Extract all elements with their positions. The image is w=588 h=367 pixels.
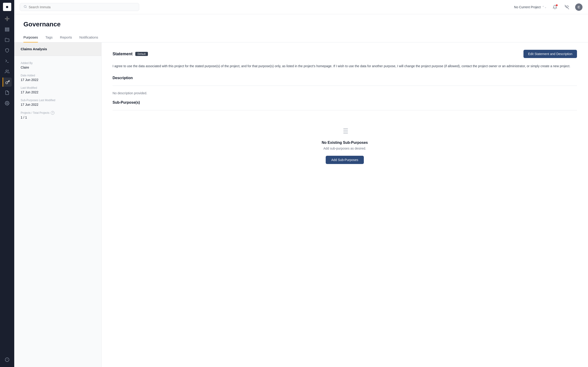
content-area: Governance Purposes Tags Reports Notific… [14, 14, 588, 367]
body-split: Claims Analysis Added By Claire Date Add… [14, 42, 588, 367]
no-description-text: No description provided. [112, 91, 577, 95]
projects-help-icon[interactable]: ? [51, 111, 54, 115]
meta-label-last-modified: Last Modified [21, 86, 95, 90]
notifications-icon[interactable] [551, 3, 559, 11]
svg-point-10 [24, 6, 26, 8]
meta-section: Added By Claire Date Added 17 Jun 2022 L… [14, 56, 101, 129]
meta-value-added-by: Claire [21, 66, 95, 69]
purpose-item[interactable]: Claims Analysis [14, 42, 101, 56]
meta-label-added-by: Added By [21, 61, 95, 65]
sidebar-icon-help[interactable] [2, 355, 12, 364]
meta-value-last-modified: 17 Jun 2022 [21, 90, 95, 94]
tab-purposes[interactable]: Purposes [23, 33, 38, 42]
svg-line-11 [26, 7, 27, 8]
sub-purposes-title: Sub-Purpose(s) [112, 100, 577, 105]
left-panel: Claims Analysis Added By Claire Date Add… [14, 42, 102, 367]
default-badge: Default [135, 52, 148, 56]
svg-rect-2 [5, 30, 9, 31]
right-panel: Statement Default Edit Statement and Des… [102, 42, 588, 367]
topbar: No Current Project ⌃⌄ C [14, 0, 588, 14]
meta-projects: Projects / Total Projects ? 1 / 1 [21, 111, 95, 119]
project-selector[interactable]: No Current Project ⌃⌄ [514, 5, 547, 9]
sidebar-icon-settings[interactable] [2, 99, 12, 108]
tab-tags[interactable]: Tags [45, 33, 52, 42]
page-title: Governance [23, 21, 579, 28]
svg-rect-0 [5, 28, 9, 29]
description-title: Description [112, 76, 577, 80]
sidebar-icon-folder[interactable] [2, 35, 12, 44]
sidebar-icon-document[interactable] [2, 88, 12, 97]
statement-header: Statement Default Edit Statement and Des… [112, 50, 577, 58]
meta-value-date-added: 17 Jun 2022 [21, 78, 95, 82]
meta-label-projects: Projects / Total Projects ? [21, 111, 95, 115]
sub-purposes-divider [112, 110, 577, 110]
project-label: No Current Project [514, 5, 541, 9]
sub-purposes-section: Sub-Purpose(s) No Existing Sub-Purposes … [112, 100, 577, 175]
sidebar-icon-terminal[interactable] [2, 56, 12, 66]
statement-title: Statement [112, 52, 132, 56]
svg-rect-1 [5, 29, 9, 30]
meta-added-by: Added By Claire [21, 61, 95, 69]
statement-title-group: Statement Default [112, 52, 148, 56]
sidebar-icon-key[interactable] [2, 77, 12, 87]
empty-state-title: No Existing Sub-Purposes [322, 141, 368, 145]
empty-state-icon [341, 127, 349, 137]
svg-point-6 [7, 103, 8, 104]
add-sub-purposes-button[interactable]: Add Sub-Purposes [326, 156, 364, 164]
tab-notifications[interactable]: Notifications [79, 33, 98, 42]
sidebar-icon-users[interactable] [2, 67, 12, 76]
meta-value-sub-purposes-modified: 17 Jun 2022 [21, 103, 95, 106]
empty-state-sub: Add sub-purposes as desired. [323, 147, 366, 150]
meta-label-date-added: Date Added [21, 74, 95, 77]
main-area: No Current Project ⌃⌄ C Governance Purpo… [14, 0, 588, 367]
edit-statement-button[interactable]: Edit Statement and Description [523, 50, 577, 58]
notification-dot [556, 4, 558, 6]
statement-text: I agree to use the data associated with … [112, 64, 577, 69]
meta-sub-purposes-modified: Sub-Purposes Last Modified 17 Jun 2022 [21, 99, 95, 106]
app-logo[interactable]: ■ [3, 3, 11, 11]
chevron-icon: ⌃⌄ [542, 6, 547, 9]
search-icon [24, 5, 27, 9]
sub-purposes-empty-state: No Existing Sub-Purposes Add sub-purpose… [112, 116, 577, 175]
wifi-icon[interactable] [563, 3, 571, 11]
svg-point-4 [6, 70, 7, 72]
topbar-right: No Current Project ⌃⌄ C [514, 3, 582, 11]
sidebar: ■ ➕ [0, 0, 14, 367]
purpose-item-name: Claims Analysis [21, 47, 47, 51]
meta-label-sub-purposes-modified: Sub-Purposes Last Modified [21, 99, 95, 102]
page-header: Governance [14, 14, 588, 33]
svg-point-5 [6, 82, 8, 84]
search-input[interactable] [29, 5, 135, 9]
meta-last-modified: Last Modified 17 Jun 2022 [21, 86, 95, 94]
description-divider [112, 85, 577, 86]
sidebar-icon-plus[interactable]: ➕ [2, 14, 12, 23]
meta-value-projects: 1 / 1 [21, 116, 95, 119]
sidebar-icon-layers[interactable] [2, 25, 12, 34]
tab-reports[interactable]: Reports [60, 33, 72, 42]
meta-date-added: Date Added 17 Jun 2022 [21, 74, 95, 82]
tabs: Purposes Tags Reports Notifications [14, 33, 588, 42]
search-box[interactable] [20, 3, 139, 11]
user-avatar[interactable]: C [575, 3, 582, 11]
sidebar-icon-shield[interactable] [2, 46, 12, 55]
